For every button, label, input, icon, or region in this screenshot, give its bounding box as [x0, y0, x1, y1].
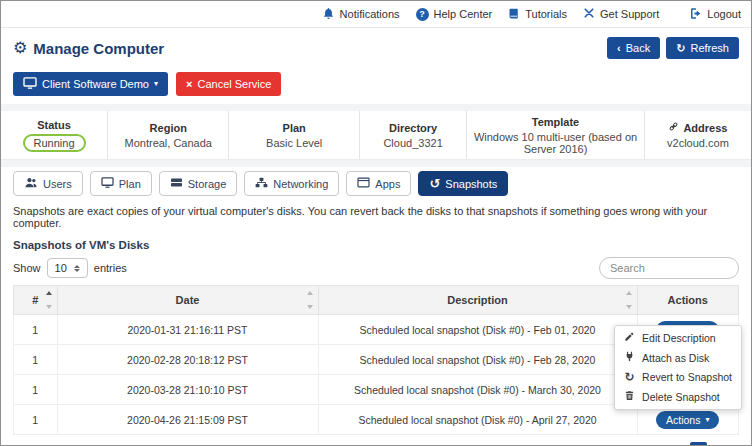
status-label: Status	[37, 119, 71, 131]
tab-apps[interactable]: Apps	[346, 171, 411, 196]
column-header-date[interactable]: Date	[57, 286, 318, 315]
tools-icon	[583, 7, 595, 21]
show-label: Show	[13, 262, 41, 274]
region-field: Region Montreal, Canada	[108, 111, 229, 159]
row-num: 1	[14, 405, 58, 435]
row-num: 1	[14, 315, 58, 345]
row-description: Scheduled local snapshot (Disk #0) - Feb…	[318, 345, 637, 375]
table-header-row: # Date Description Actions	[14, 286, 739, 315]
book-icon	[508, 7, 520, 22]
users-icon	[24, 177, 38, 190]
row-num: 1	[14, 375, 58, 405]
template-label: Template	[532, 116, 579, 128]
trash-icon	[624, 390, 635, 404]
tab-snapshots-label: Snapshots	[445, 178, 497, 190]
help-center-link[interactable]: ? Help Center	[416, 8, 493, 21]
page-header: ⚙ Manage Computer ‹ Back ↻ Refresh Clien…	[1, 28, 751, 104]
page-size-value: 10	[55, 262, 67, 274]
sort-icon	[46, 291, 52, 309]
tab-storage[interactable]: Storage	[159, 171, 238, 196]
actions-button[interactable]: Actions ▾	[656, 411, 719, 429]
page-size-select[interactable]: 10	[47, 258, 88, 278]
question-circle-icon: ?	[416, 8, 429, 21]
x-icon: ×	[186, 79, 192, 89]
tab-networking[interactable]: Networking	[244, 171, 339, 196]
chevron-down-icon: ▾	[154, 80, 158, 88]
storage-icon	[170, 177, 183, 190]
status-field: Status Running	[1, 111, 108, 159]
logout-link[interactable]: Logout	[689, 7, 741, 22]
window-icon	[357, 177, 370, 190]
search-input[interactable]	[599, 257, 739, 279]
notifications-label: Notifications	[340, 8, 400, 20]
tab-snapshots[interactable]: ↺ Snapshots	[418, 171, 508, 196]
get-support-label: Get Support	[600, 8, 659, 20]
bell-icon	[322, 7, 335, 22]
logout-icon	[689, 7, 702, 22]
template-value: Windows 10 multi-user (based on Server 2…	[473, 131, 638, 155]
link-icon	[668, 121, 679, 134]
get-support-link[interactable]: Get Support	[583, 7, 659, 21]
gear-icon: ⚙	[13, 40, 27, 56]
column-header-actions: Actions	[637, 286, 739, 315]
row-num: 1	[14, 345, 58, 375]
page-title: ⚙ Manage Computer	[13, 40, 164, 57]
sort-icon	[307, 291, 313, 309]
monitor-icon	[23, 77, 37, 91]
sort-icon	[626, 291, 632, 309]
history-icon: ↺	[429, 179, 440, 189]
pagination: Previous 1 Next	[640, 442, 739, 446]
section-title: Snapshots of VM's Disks	[13, 239, 739, 251]
directory-value: Cloud_3321	[383, 137, 442, 149]
region-label: Region	[150, 122, 187, 134]
back-button[interactable]: ‹ Back	[607, 37, 660, 59]
tab-networking-label: Networking	[273, 178, 328, 190]
chevron-down-icon: ▾	[705, 416, 709, 424]
menu-item-edit-description[interactable]: Edit Description	[615, 328, 741, 348]
menu-item-delete-snapshot[interactable]: Delete Snapshot	[615, 387, 741, 407]
pencil-icon	[624, 331, 635, 345]
cancel-service-button[interactable]: × Cancel Service	[176, 72, 281, 96]
back-button-label: Back	[626, 42, 650, 54]
tab-storage-label: Storage	[188, 178, 227, 190]
address-label: Address	[668, 121, 727, 134]
menu-item-attach-as-disk[interactable]: Attach as Disk	[615, 348, 741, 368]
sync-icon: ↻	[624, 372, 635, 383]
tab-plan-label: Plan	[119, 178, 141, 190]
tutorials-link[interactable]: Tutorials	[508, 7, 567, 22]
template-field: Template Windows 10 multi-user (based on…	[467, 111, 645, 159]
region-value: Montreal, Canada	[125, 137, 212, 149]
tab-users[interactable]: Users	[13, 171, 83, 196]
actions-dropdown-menu: Edit Description Attach as Disk ↻ Revert…	[614, 325, 742, 410]
plan-label: Plan	[283, 122, 306, 134]
chevron-left-icon: ‹	[617, 43, 621, 53]
tab-users-label: Users	[43, 178, 72, 190]
table-footer: Showing 1 to 1 of 1 entries Previous 1 N…	[13, 442, 739, 446]
computer-selector-label: Client Software Demo	[42, 78, 149, 90]
column-header-num[interactable]: #	[14, 286, 58, 315]
computer-selector-button[interactable]: Client Software Demo ▾	[13, 72, 168, 96]
row-description: Scheduled local snapshot (Disk #0) - Mar…	[318, 375, 637, 405]
address-value[interactable]: v2cloud.com	[667, 137, 729, 149]
refresh-button-label: Refresh	[690, 42, 729, 54]
logout-label: Logout	[707, 8, 741, 20]
select-arrows-icon	[74, 265, 80, 272]
directory-field: Directory Cloud_3321	[360, 111, 467, 159]
refresh-button[interactable]: ↻ Refresh	[666, 37, 739, 59]
row-date: 2020-03-28 21:10:10 PST	[57, 375, 318, 405]
vm-status-bar: Status Running Region Montreal, Canada P…	[1, 111, 751, 160]
section-divider	[1, 104, 751, 111]
tab-plan[interactable]: Plan	[90, 171, 152, 196]
plan-field: Plan Basic Level	[229, 111, 360, 159]
table-controls: Show 10 entries	[13, 256, 739, 280]
menu-item-revert-to-snapshot[interactable]: ↻ Revert to Snapshot	[615, 368, 741, 387]
row-description: Scheduled local snapshot (Disk #0) - Apr…	[318, 405, 637, 435]
column-header-description[interactable]: Description	[318, 286, 637, 315]
plug-icon	[624, 351, 635, 365]
notifications-link[interactable]: Notifications	[322, 7, 400, 22]
row-description: Scheduled local snapshot (Disk #0) - Feb…	[318, 315, 637, 345]
vm-tabs: Users Plan Storage Networking Apps ↺ Sna…	[13, 171, 739, 196]
directory-label: Directory	[389, 122, 437, 134]
page-number-1[interactable]: 1	[690, 442, 707, 446]
address-field: Address v2cloud.com	[645, 111, 751, 159]
